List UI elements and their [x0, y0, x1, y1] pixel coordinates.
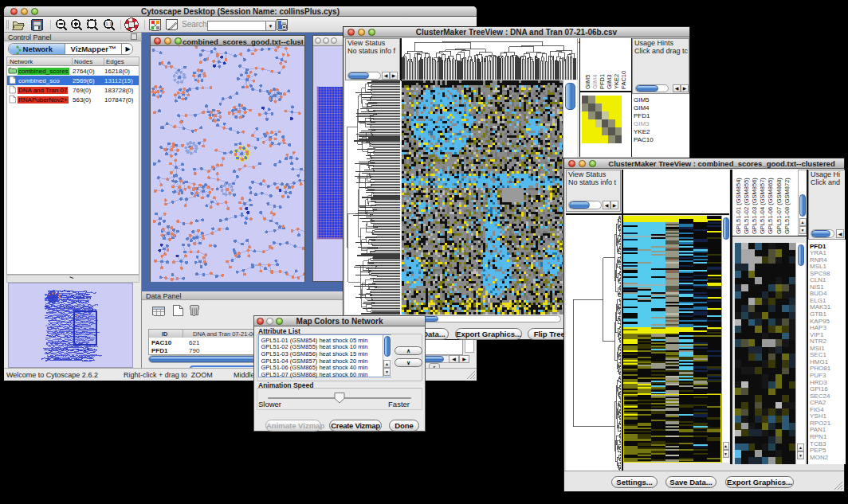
svg-text:1:1: 1:1 — [106, 21, 112, 26]
